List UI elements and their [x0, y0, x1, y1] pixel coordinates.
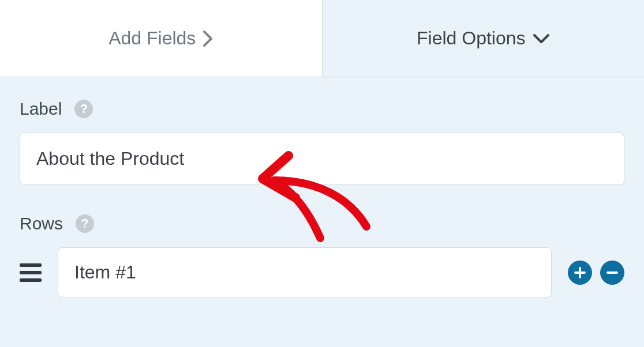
row-value-input[interactable] — [58, 247, 552, 297]
rows-title: Rows — [20, 214, 63, 233]
chevron-right-icon — [203, 30, 213, 47]
row-item — [20, 247, 624, 297]
tab-add-fields[interactable]: Add Fields — [0, 0, 323, 77]
label-input[interactable] — [20, 133, 624, 185]
remove-row-button[interactable] — [600, 261, 624, 285]
row-actions — [568, 261, 624, 285]
help-icon[interactable]: ? — [74, 100, 93, 118]
minus-icon — [606, 266, 619, 279]
rows-header-row: Rows ? — [20, 214, 624, 233]
tab-field-options-label: Field Options — [417, 28, 526, 49]
rows-field-group: Rows ? — [20, 214, 624, 297]
add-row-button[interactable] — [568, 261, 592, 285]
plus-icon — [574, 266, 586, 279]
label-field-group: Label ? — [20, 99, 624, 185]
label-title: Label — [20, 99, 62, 119]
tab-add-fields-label: Add Fields — [108, 28, 196, 49]
tab-field-options[interactable]: Field Options — [323, 0, 645, 77]
label-header-row: Label ? — [20, 99, 624, 119]
field-options-panel: Label ? Rows ? — [0, 77, 644, 297]
drag-handle-icon[interactable] — [20, 261, 42, 284]
help-icon[interactable]: ? — [76, 214, 94, 233]
tabs-bar: Add Fields Field Options — [0, 0, 644, 77]
chevron-down-icon — [533, 33, 550, 44]
